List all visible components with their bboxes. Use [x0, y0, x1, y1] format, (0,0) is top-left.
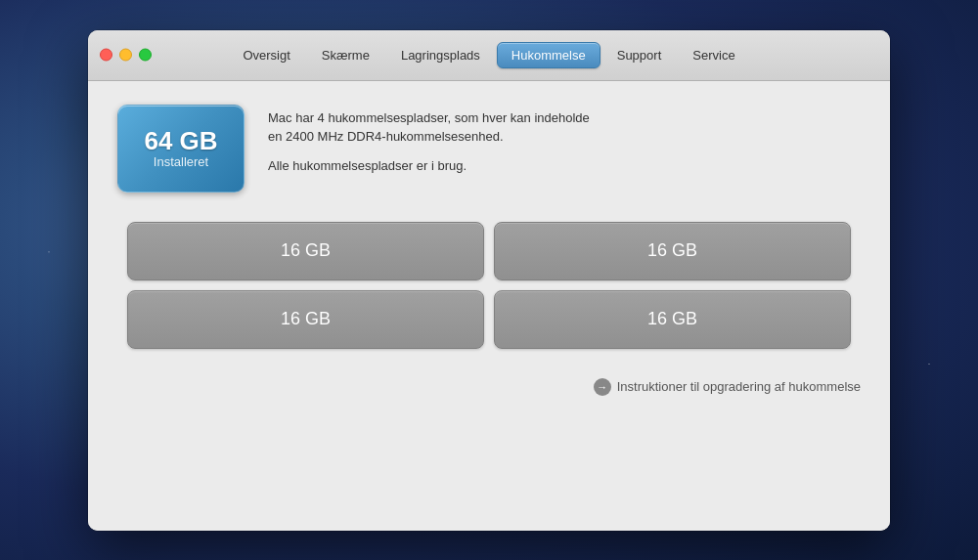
memory-label: Installeret: [154, 154, 208, 169]
memory-slot-3: 16 GB: [494, 290, 851, 349]
memory-size: 64 GB: [144, 127, 217, 155]
upgrade-link-label: Instruktioner til opgradering af hukomme…: [617, 379, 861, 394]
description-line1: Mac har 4 hukommelsespladser, som hver k…: [268, 108, 861, 147]
memory-slot-2: 16 GB: [127, 290, 484, 349]
tab-service[interactable]: Service: [678, 42, 749, 68]
tab-hukommelse[interactable]: Hukommelse: [497, 42, 600, 68]
content-area: 64 GB Installeret Mac har 4 hukommelsesp…: [88, 81, 890, 531]
description-line3: Alle hukommelsespladser er i brug.: [268, 156, 861, 176]
traffic-lights: [100, 49, 152, 62]
memory-slot-1: 16 GB: [494, 222, 851, 280]
top-section: 64 GB Installeret Mac har 4 hukommelsesp…: [117, 105, 861, 193]
upgrade-link[interactable]: → Instruktioner til opgradering af hukom…: [594, 378, 861, 396]
minimize-button[interactable]: [119, 49, 132, 62]
tab-bar: OversigtSkærmeLagringspladsHukommelseSup…: [100, 42, 878, 68]
titlebar: OversigtSkærmeLagringspladsHukommelseSup…: [88, 30, 890, 81]
memory-slots-grid: 16 GB16 GB16 GB16 GB: [127, 222, 851, 349]
tab-support[interactable]: Support: [602, 42, 677, 68]
main-window: OversigtSkærmeLagringspladsHukommelseSup…: [88, 30, 890, 531]
tab-skaerme[interactable]: Skærme: [307, 42, 384, 68]
memory-description: Mac har 4 hukommelsespladser, som hver k…: [268, 105, 861, 186]
close-button[interactable]: [100, 49, 112, 62]
tab-oversigt[interactable]: Oversigt: [228, 42, 304, 68]
maximize-button[interactable]: [139, 49, 152, 62]
footer: → Instruktioner til opgradering af hukom…: [117, 368, 861, 396]
memory-badge: 64 GB Installeret: [117, 105, 244, 193]
tab-lagringsplads[interactable]: Lagringsplads: [386, 42, 495, 68]
memory-slot-0: 16 GB: [127, 222, 484, 280]
upgrade-icon: →: [594, 378, 611, 396]
